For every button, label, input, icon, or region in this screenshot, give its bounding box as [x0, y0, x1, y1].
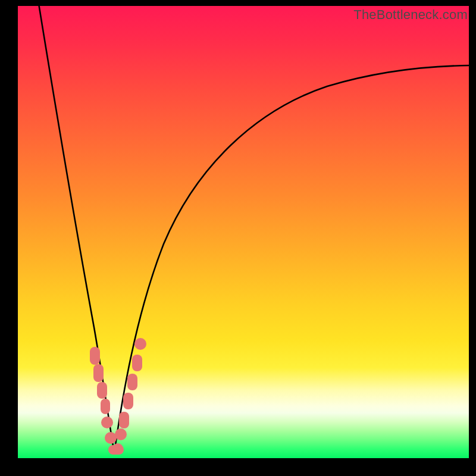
svg-rect-9: [119, 412, 129, 428]
curve-right-branch: [114, 65, 469, 453]
svg-point-7: [112, 443, 123, 454]
svg-rect-0: [90, 347, 100, 365]
svg-point-5: [105, 432, 117, 444]
svg-point-8: [115, 428, 127, 440]
svg-rect-12: [132, 355, 142, 371]
svg-rect-3: [101, 399, 110, 414]
svg-rect-10: [123, 393, 133, 409]
svg-rect-1: [93, 364, 104, 382]
svg-point-13: [134, 338, 146, 350]
svg-point-4: [101, 416, 113, 428]
plot-area: [18, 6, 469, 458]
marker-cluster: [90, 338, 146, 455]
svg-rect-2: [97, 382, 107, 399]
svg-rect-11: [127, 374, 137, 390]
chart-frame: TheBottleneck.com: [0, 0, 476, 476]
curves-layer: [18, 6, 469, 458]
